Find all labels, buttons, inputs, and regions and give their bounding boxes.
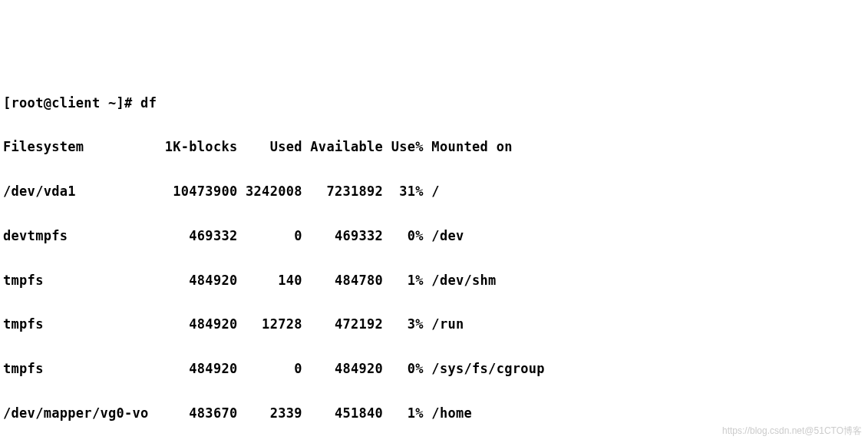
df1-row: tmpfs 484920 0 484920 0% /sys/fs/cgroup — [3, 358, 868, 380]
watermark: https://blog.csdn.net@51CTO博客 — [722, 423, 862, 438]
df1-row: tmpfs 484920 140 484780 1% /dev/shm — [3, 269, 868, 292]
shell-prompt: [root@client ~]# — [3, 95, 140, 111]
df1-row: /dev/vda1 10473900 3242008 7231892 31% / — [3, 180, 868, 203]
df1-row: tmpfs 484920 12728 472192 3% /run — [3, 313, 868, 336]
df1-header: Filesystem 1K-blocks Used Available Use%… — [3, 136, 868, 158]
df1-row: devtmpfs 469332 0 469332 0% /dev — [3, 225, 868, 247]
df1-row: /dev/mapper/vg0-vo 483670 2339 451840 1%… — [3, 402, 868, 425]
command-df: df — [140, 95, 157, 111]
prompt-line-df1[interactable]: [root@client ~]# df — [3, 92, 868, 114]
